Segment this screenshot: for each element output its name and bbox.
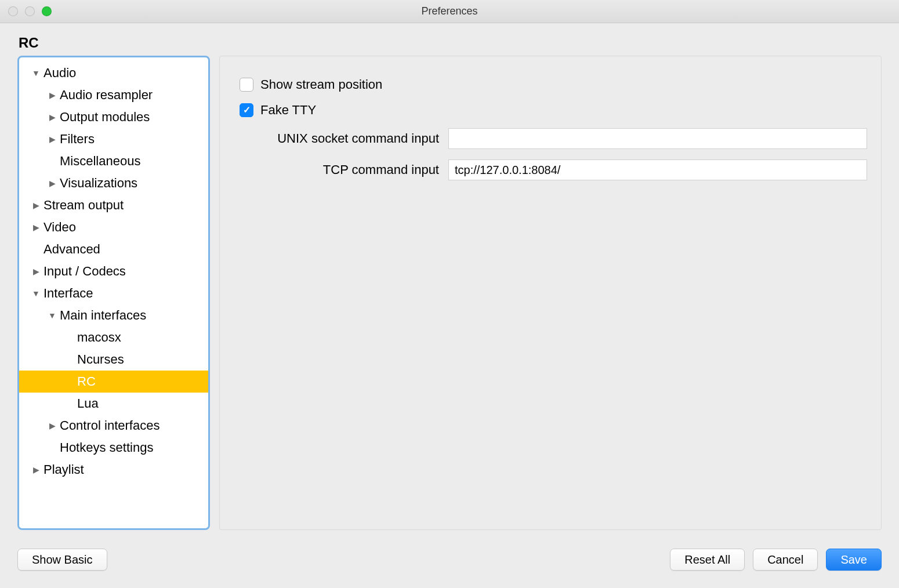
tree-item-ncurses[interactable]: Ncurses	[19, 349, 208, 371]
fake-tty-row: ✓ Fake TTY	[234, 103, 867, 118]
tree-item-stream-output[interactable]: ▶ Stream output	[19, 194, 208, 216]
window-title-bar: Preferences	[0, 0, 899, 23]
disclosure-right-icon[interactable]: ▶	[47, 90, 57, 100]
tcp-command-input[interactable]	[448, 159, 867, 180]
tree-item-video[interactable]: ▶ Video	[19, 216, 208, 238]
show-basic-button[interactable]: Show Basic	[17, 549, 107, 571]
settings-panel: Show stream position ✓ Fake TTY UNIX soc…	[219, 56, 882, 530]
window-title: Preferences	[0, 5, 899, 17]
fake-tty-label: Fake TTY	[260, 103, 316, 118]
disclosure-right-icon[interactable]: ▶	[47, 179, 57, 188]
traffic-lights	[8, 6, 52, 16]
preferences-tree[interactable]: ▼ Audio ▶ Audio resampler ▶ Output modul…	[17, 56, 210, 530]
tree-item-hotkeys-settings[interactable]: Hotkeys settings	[19, 437, 208, 459]
disclosure-right-icon[interactable]: ▶	[47, 421, 57, 430]
disclosure-down-icon[interactable]: ▼	[31, 289, 41, 298]
tree-item-visualizations[interactable]: ▶ Visualizations	[19, 172, 208, 194]
disclosure-down-icon[interactable]: ▼	[47, 311, 57, 320]
tcp-input-row: TCP command input	[234, 159, 867, 180]
page-title: RC	[0, 23, 899, 56]
tree-item-filters[interactable]: ▶ Filters	[19, 128, 208, 150]
disclosure-right-icon[interactable]: ▶	[31, 267, 41, 276]
cancel-button[interactable]: Cancel	[753, 549, 818, 571]
tree-item-control-interfaces[interactable]: ▶ Control interfaces	[19, 415, 208, 437]
reset-all-button[interactable]: Reset All	[670, 549, 745, 571]
disclosure-down-icon[interactable]: ▼	[31, 68, 41, 78]
footer-right-buttons: Reset All Cancel Save	[670, 549, 882, 571]
show-stream-position-row: Show stream position	[234, 77, 867, 92]
disclosure-right-icon[interactable]: ▶	[31, 223, 41, 232]
checkmark-icon: ✓	[243, 106, 251, 115]
unix-socket-input[interactable]	[448, 128, 867, 149]
close-window-button[interactable]	[8, 6, 18, 16]
tree-item-playlist[interactable]: ▶ Playlist	[19, 459, 208, 481]
tree-item-macosx[interactable]: macosx	[19, 326, 208, 349]
save-button[interactable]: Save	[826, 549, 882, 571]
tree-item-lua[interactable]: Lua	[19, 393, 208, 415]
disclosure-right-icon[interactable]: ▶	[47, 135, 57, 144]
tree-item-interface[interactable]: ▼ Interface	[19, 282, 208, 304]
tree-item-miscellaneous[interactable]: Miscellaneous	[19, 150, 208, 172]
disclosure-right-icon[interactable]: ▶	[47, 112, 57, 122]
disclosure-right-icon[interactable]: ▶	[31, 465, 41, 474]
main-area: ▼ Audio ▶ Audio resampler ▶ Output modul…	[0, 56, 899, 542]
tree-item-input-codecs[interactable]: ▶ Input / Codecs	[19, 260, 208, 282]
zoom-window-button[interactable]	[42, 6, 52, 16]
show-stream-position-label: Show stream position	[260, 77, 382, 92]
fake-tty-checkbox[interactable]: ✓	[240, 103, 253, 117]
tree-item-output-modules[interactable]: ▶ Output modules	[19, 106, 208, 128]
tcp-input-label: TCP command input	[240, 162, 448, 177]
tree-item-main-interfaces[interactable]: ▼ Main interfaces	[19, 304, 208, 326]
disclosure-right-icon[interactable]: ▶	[31, 201, 41, 210]
tree-item-rc[interactable]: RC	[19, 371, 208, 393]
tree-item-audio[interactable]: ▼ Audio	[19, 62, 208, 84]
tree-item-advanced[interactable]: Advanced	[19, 238, 208, 260]
footer: Show Basic Reset All Cancel Save	[0, 542, 899, 588]
minimize-window-button[interactable]	[25, 6, 35, 16]
unix-socket-row: UNIX socket command input	[234, 128, 867, 149]
unix-socket-label: UNIX socket command input	[240, 131, 448, 146]
show-stream-position-checkbox[interactable]	[240, 78, 253, 92]
tree-item-audio-resampler[interactable]: ▶ Audio resampler	[19, 84, 208, 106]
